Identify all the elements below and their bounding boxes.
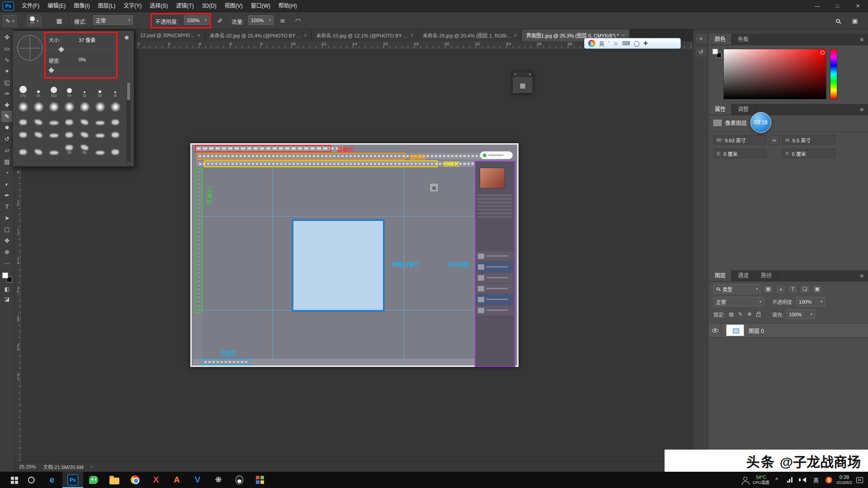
brush-preset[interactable] — [92, 99, 108, 113]
photoshop-taskbar-icon[interactable]: Ps — [62, 472, 83, 488]
foreground-color-swatch[interactable] — [712, 49, 718, 54]
brush-preset[interactable] — [31, 126, 46, 138]
menu-item-4[interactable]: 图层(L) — [94, 0, 120, 12]
brush-preset[interactable] — [15, 99, 31, 113]
brush-preset[interactable]: 171 — [15, 81, 31, 99]
saturation-brightness-field[interactable] — [723, 49, 826, 99]
document-tab-3[interactable]: 未命名-10.jpg @ 12.1% (@PHOTO BY ...× — [311, 29, 418, 41]
brush-preset[interactable] — [31, 138, 46, 155]
pen-tool[interactable]: ✒ — [1, 190, 13, 201]
panel-menu-icon[interactable]: ≡ — [855, 34, 868, 45]
tab-close-icon[interactable]: × — [198, 33, 200, 38]
hardness-value[interactable]: 0% — [79, 57, 86, 62]
zoom-tool[interactable]: ⊕ — [1, 246, 13, 258]
layer-thumbnail[interactable] — [726, 324, 744, 336]
fill-dropdown[interactable]: 100% ▾ — [786, 310, 815, 319]
document-image[interactable]: 菜单栏 选项栏 名称栏 工具栏 图像主窗口 浮动调板 状态栏 ▣ — [190, 143, 519, 367]
brush-preset-dropdown[interactable]: 37 ▾ — [27, 15, 41, 27]
lock-position-icon[interactable]: ✜ — [745, 310, 753, 318]
history-brush-tool[interactable]: ↺ — [1, 133, 13, 145]
network-icon[interactable] — [784, 472, 796, 488]
type-tool[interactable]: T — [1, 201, 13, 212]
eraser-tool[interactable]: ▱ — [1, 145, 13, 156]
search-button[interactable] — [832, 15, 844, 26]
lasso-tool[interactable]: ∿ — [1, 54, 13, 66]
tab-color[interactable]: 颜色 — [709, 34, 732, 45]
layer-filter-dropdown[interactable]: 类型 ▾ — [713, 284, 760, 294]
width-field[interactable]: W: 9.63 英寸 — [713, 135, 767, 145]
tab-properties[interactable]: 属性 — [709, 104, 732, 115]
healing-brush-tool[interactable]: ✚ — [1, 99, 13, 111]
lock-transparent-icon[interactable]: ▨ — [727, 310, 735, 318]
edit-toolbar-icon[interactable]: ⋯ — [1, 258, 13, 269]
floating-mini-panel[interactable]: » ✕ ▦ — [512, 71, 533, 94]
panel-menu-icon[interactable]: ≡ — [855, 270, 868, 281]
tab-adjustments[interactable]: 调整 — [732, 104, 755, 115]
smoothing-button[interactable]: ◠ — [292, 15, 304, 26]
volume-icon[interactable] — [797, 472, 809, 488]
brush-preset[interactable] — [61, 126, 77, 138]
menu-item-2[interactable]: 编辑(E) — [43, 0, 70, 12]
chrome-icon[interactable] — [125, 472, 146, 488]
filter-pixel-icon[interactable]: ▦ — [763, 285, 774, 294]
brush-preset[interactable] — [92, 126, 108, 138]
move-tool[interactable]: ✜ — [1, 32, 13, 43]
menu-item-6[interactable]: 选择(S) — [146, 0, 172, 12]
ime-punctuation-icon[interactable]: ’ — [608, 40, 609, 47]
tab-close-icon[interactable]: × — [514, 33, 517, 38]
brush-preset[interactable] — [15, 126, 31, 138]
filter-adjustment-icon[interactable]: ◑ — [775, 285, 786, 294]
brush-preset[interactable]: 73 — [61, 81, 77, 99]
menu-item-11[interactable]: 帮助(H) — [274, 0, 301, 12]
panel-menu-icon[interactable]: ≡ — [855, 104, 868, 115]
hue-slider[interactable] — [830, 49, 837, 99]
brush-preset[interactable] — [46, 126, 61, 138]
brush-preset[interactable] — [61, 99, 77, 113]
foreground-color-swatch[interactable] — [2, 272, 8, 278]
tab-close-icon[interactable]: × — [410, 33, 413, 38]
filter-shape-icon[interactable]: ❏ — [800, 285, 810, 294]
ime-keyboard-icon[interactable]: ⌨ — [622, 40, 630, 47]
tray-expand-icon[interactable]: ^ — [771, 472, 783, 488]
brush-preset[interactable] — [77, 113, 92, 126]
clock[interactable]: 0:282019/6/2 — [836, 472, 852, 488]
menu-item-8[interactable]: 3D(D) — [198, 0, 221, 12]
menu-item-9[interactable]: 视图(V) — [221, 0, 247, 12]
brush-preset[interactable] — [108, 99, 123, 113]
marquee-tool[interactable]: ▭ — [1, 43, 13, 54]
tab-swatches[interactable]: 色板 — [732, 34, 755, 45]
brush-grid-scrollbar[interactable] — [127, 81, 131, 162]
layer-row-1[interactable]: 图层 0 — [709, 323, 868, 338]
pressure-opacity-button[interactable]: ✐ — [214, 15, 226, 26]
ime-skin-icon[interactable]: ◯ — [633, 40, 639, 47]
search-button[interactable] — [21, 472, 42, 488]
brush-preset[interactable] — [15, 113, 31, 126]
y-position-field[interactable]: Y: 0 厘米 — [782, 149, 835, 158]
brush-preset[interactable] — [46, 113, 61, 126]
gradient-tool[interactable]: ▨ — [1, 156, 13, 167]
menu-item-7[interactable]: 滤镜(T) — [172, 0, 198, 12]
brush-preset[interactable]: 21 — [31, 81, 46, 99]
brush-preset[interactable]: 11 — [77, 81, 92, 99]
menu-item-10[interactable]: 窗口(W) — [247, 0, 274, 12]
brush-preset[interactable]: 50 — [77, 138, 92, 155]
edge-icon[interactable]: e — [42, 472, 62, 488]
x-app-icon[interactable]: X — [146, 472, 166, 488]
cpu-temp-monitor[interactable]: 54°CCPU温度 — [753, 472, 769, 488]
toggle-brush-panel-button[interactable]: ▦ — [53, 15, 65, 26]
ime-language-indicator[interactable]: 英 — [810, 472, 822, 488]
link-dimensions-icon[interactable]: ∞ — [769, 135, 779, 145]
document-tab-4[interactable]: 未命名-26.jpg @ 20.4% (图层 1, RGB/...× — [418, 29, 522, 41]
brush-tool[interactable]: ✎ — [1, 111, 13, 122]
ime-toolbox-icon[interactable]: ✚ — [643, 40, 648, 47]
path-selection-tool[interactable]: ➤ — [1, 212, 13, 224]
tool-preset-picker[interactable]: ✎ ▾ — [3, 15, 17, 27]
hardness-slider-thumb[interactable] — [48, 67, 54, 73]
document-tab-1[interactable]: 12.psd @ 30%(CMYK/...× — [136, 29, 205, 41]
maximize-button[interactable]: □ — [827, 0, 848, 12]
brush-preset[interactable] — [46, 138, 61, 155]
x-position-field[interactable]: X: 0 厘米 — [713, 149, 767, 158]
brush-preset[interactable] — [92, 113, 108, 126]
wechat-icon[interactable] — [83, 472, 104, 488]
a-app-icon[interactable]: A — [166, 472, 187, 488]
